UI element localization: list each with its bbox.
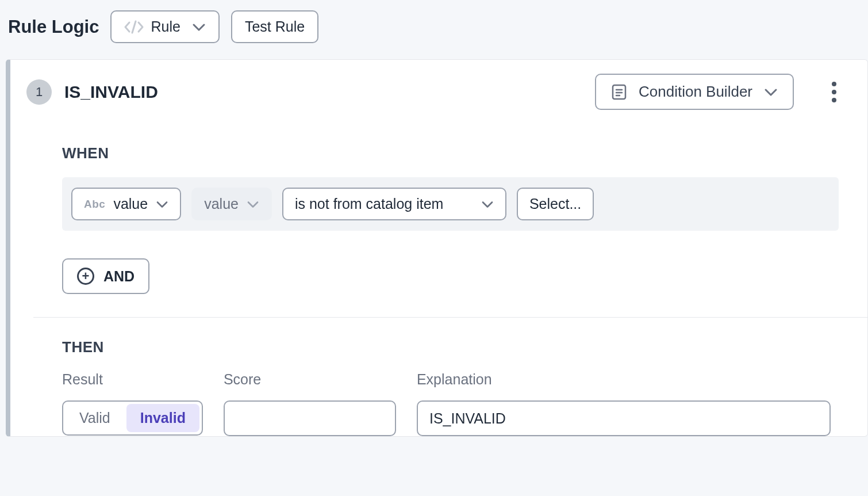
text-type-icon: Abc <box>84 198 105 211</box>
plus-circle-icon: + <box>77 268 94 285</box>
and-label: AND <box>103 268 135 285</box>
then-label: THEN <box>62 338 839 356</box>
chevron-down-icon <box>481 200 494 209</box>
rule-card: 1 IS_INVALID Condition Builder WHEN <box>6 59 868 437</box>
chevron-down-icon <box>192 22 206 32</box>
rule-header: 1 IS_INVALID Condition Builder <box>10 60 867 124</box>
subfield-selector[interactable]: value <box>191 188 272 220</box>
condition-row: Abc value value is not from catalog item <box>62 177 839 231</box>
header-row: Rule Logic Rule Test Rule <box>0 0 868 59</box>
score-label: Score <box>224 371 396 388</box>
then-section: THEN Result Valid Invalid Score Explanat… <box>33 318 867 436</box>
condition-builder-dropdown[interactable]: Condition Builder <box>595 74 794 110</box>
rule-number-badge: 1 <box>26 79 52 105</box>
explanation-input[interactable] <box>417 400 831 436</box>
condition-builder-label: Condition Builder <box>639 83 752 101</box>
chevron-down-icon <box>764 87 778 97</box>
page-title: Rule Logic <box>8 17 99 37</box>
chevron-down-icon <box>247 200 259 209</box>
document-icon <box>611 83 627 101</box>
field-selector[interactable]: Abc value <box>71 188 181 220</box>
result-toggle: Valid Invalid <box>62 400 203 436</box>
explanation-column: Explanation <box>417 371 831 436</box>
then-grid: Result Valid Invalid Score Explanation <box>62 371 839 436</box>
target-label: Select... <box>529 196 581 212</box>
add-and-condition-button[interactable]: + AND <box>62 258 149 294</box>
when-section: WHEN Abc value value is not from ca <box>33 124 867 231</box>
operator-selector[interactable]: is not from catalog item <box>282 188 506 220</box>
subfield-label: value <box>204 196 239 212</box>
result-option-valid[interactable]: Valid <box>66 404 124 432</box>
test-rule-label: Test Rule <box>245 18 305 35</box>
result-column: Result Valid Invalid <box>62 371 203 436</box>
score-column: Score <box>224 371 396 436</box>
target-selector[interactable]: Select... <box>517 188 594 220</box>
chevron-down-icon <box>156 200 168 209</box>
operator-label: is not from catalog item <box>295 196 443 212</box>
rule-type-dropdown[interactable]: Rule <box>110 10 219 43</box>
score-input[interactable] <box>224 400 396 436</box>
result-label: Result <box>62 371 203 388</box>
rule-type-label: Rule <box>151 18 180 35</box>
explanation-label: Explanation <box>417 371 831 388</box>
rule-more-menu[interactable] <box>824 79 844 105</box>
result-option-invalid[interactable]: Invalid <box>126 404 199 432</box>
rule-body: WHEN Abc value value is not from ca <box>33 124 867 436</box>
when-label: WHEN <box>62 144 839 162</box>
code-icon <box>124 20 144 34</box>
test-rule-button[interactable]: Test Rule <box>231 10 318 43</box>
field-label: value <box>113 196 148 212</box>
rule-name: IS_INVALID <box>64 82 582 102</box>
